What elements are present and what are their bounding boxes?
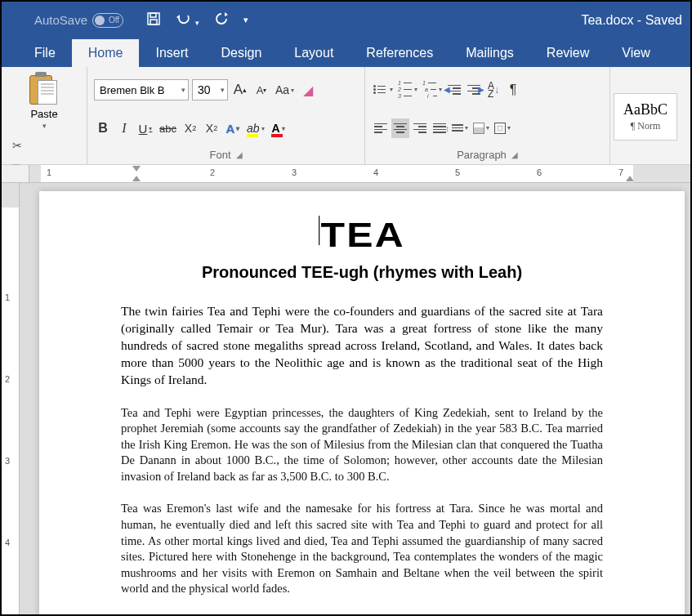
ruler-tick: 5	[455, 167, 460, 177]
group-label-paragraph: Paragraph	[457, 149, 507, 161]
multilevel-list-button[interactable]: 1ai▾	[421, 80, 444, 100]
superscript-icon: X	[206, 122, 213, 135]
window-title: Tea.docx - Saved	[581, 13, 682, 28]
font-color-icon: A	[271, 122, 279, 135]
align-center-icon	[394, 123, 407, 133]
tab-home[interactable]: Home	[72, 39, 140, 67]
group-styles: AaBbC ¶ Norm	[610, 67, 684, 164]
increase-indent-button[interactable]: ▶	[465, 80, 483, 100]
text-effects-icon: A	[226, 122, 235, 136]
bullets-button[interactable]: ▾	[372, 80, 395, 100]
autosave-toggle[interactable]: AutoSave Off	[34, 13, 123, 28]
highlight-button[interactable]: ab▾	[245, 118, 266, 138]
change-case-icon: Aa	[275, 83, 289, 96]
sort-button[interactable]: AZ↓	[484, 80, 502, 100]
undo-icon[interactable]: ▾	[176, 12, 199, 29]
chevron-down-icon[interactable]: ▾	[181, 86, 185, 94]
ruler-tick: 3	[5, 456, 10, 466]
style-normal[interactable]: AaBbC ¶ Norm	[614, 93, 677, 141]
paragraph-launcher-icon[interactable]: ◢	[511, 150, 518, 159]
borders-icon	[494, 123, 506, 134]
redo-icon[interactable]	[214, 11, 229, 29]
vertical-ruler[interactable]: 1 2 3 4	[2, 183, 20, 616]
tab-review[interactable]: Review	[530, 39, 605, 67]
superscript-button[interactable]: X2	[203, 118, 221, 138]
number-list-icon: 123	[398, 80, 413, 99]
align-right-button[interactable]	[411, 118, 429, 138]
svg-rect-2	[150, 20, 157, 25]
tab-insert[interactable]: Insert	[139, 39, 204, 67]
style-preview-text: AaBbC	[623, 101, 667, 118]
ruler-tick: 2	[210, 167, 215, 177]
italic-button[interactable]: I	[115, 118, 133, 138]
qat-customize-icon[interactable]: ▾	[243, 15, 248, 25]
eraser-icon: ◢	[303, 83, 313, 98]
tab-mailings[interactable]: Mailings	[449, 39, 530, 67]
show-marks-button[interactable]: ¶	[504, 80, 522, 100]
font-size-value: 30	[198, 83, 211, 96]
autosave-label: AutoSave	[34, 13, 87, 27]
group-font: Bremen Blk B▾ 30▾ A▴ A▾ Aa▾ ◢ B I U▾ abc…	[87, 67, 365, 164]
align-right-icon	[413, 123, 426, 133]
decrease-font-icon: A	[257, 84, 264, 96]
subscript-button[interactable]: X2	[181, 118, 199, 138]
font-name-combo[interactable]: Bremen Blk B▾	[94, 79, 189, 100]
doc-title[interactable]: TEA	[85, 216, 640, 255]
first-line-indent-icon[interactable]	[132, 166, 141, 172]
tab-view[interactable]: View	[605, 39, 666, 67]
font-color-button[interactable]: A▾	[270, 118, 288, 138]
increase-font-button[interactable]: A▴	[231, 80, 249, 100]
group-label-font: Font	[209, 149, 230, 161]
underline-button[interactable]: U▾	[136, 118, 154, 138]
numbering-button[interactable]: 123▾	[396, 80, 419, 100]
paste-button[interactable]: Paste ▾	[8, 70, 80, 132]
shading-button[interactable]: ▾	[471, 118, 491, 138]
strikethrough-button[interactable]: abc	[158, 118, 178, 138]
tab-references[interactable]: References	[350, 39, 449, 67]
cut-icon[interactable]: ✂	[8, 136, 26, 154]
align-left-button[interactable]	[372, 118, 390, 138]
decrease-font-button[interactable]: A▾	[252, 80, 270, 100]
doc-paragraph[interactable]: Tea and Tephi were Egyptian princesses, …	[121, 405, 603, 485]
doc-paragraph[interactable]: Tea was Eremon's last wife and the names…	[121, 501, 603, 596]
align-center-button[interactable]	[391, 118, 409, 138]
style-caption: ¶ Norm	[631, 120, 660, 132]
svg-rect-0	[148, 13, 159, 25]
bold-button[interactable]: B	[94, 118, 112, 138]
save-icon[interactable]	[146, 11, 161, 29]
clear-formatting-button[interactable]: ◢	[299, 80, 317, 100]
text-effects-button[interactable]: A▾	[224, 118, 242, 138]
ruler-tick: 4	[373, 167, 378, 177]
paste-icon	[29, 72, 59, 106]
ruler-corner	[2, 165, 29, 183]
svg-rect-1	[150, 13, 156, 17]
decrease-indent-button[interactable]: ◀	[445, 80, 463, 100]
tab-file[interactable]: File	[18, 39, 72, 67]
ruler-tick: 4	[5, 538, 10, 547]
ruler-tick: 7	[618, 167, 623, 177]
borders-button[interactable]: ▾	[493, 118, 512, 138]
bullet-list-icon	[373, 85, 388, 94]
title-bar: AutoSave Off ▾ ▾ Tea.docx - Saved	[2, 2, 690, 38]
horizontal-ruler[interactable]: 1 2 3 4 5 6 7	[29, 165, 690, 183]
change-case-button[interactable]: Aa▾	[274, 80, 296, 100]
group-clipboard: Paste ▾ ✂ Clipboard ◢	[2, 67, 87, 164]
doc-subtitle[interactable]: Pronounced TEE-ugh (rhymes with Leah)	[121, 263, 603, 282]
ribbon-tabs: File Home Insert Design Layout Reference…	[2, 38, 690, 67]
shading-icon	[473, 123, 484, 134]
tab-layout[interactable]: Layout	[278, 39, 350, 67]
font-size-combo[interactable]: 30▾	[192, 79, 228, 100]
font-launcher-icon[interactable]: ◢	[236, 150, 243, 159]
doc-paragraph[interactable]: The twin fairies Tea and Tephi were the …	[121, 303, 603, 389]
document-page[interactable]: TEA Pronounced TEE-ugh (rhymes with Leah…	[39, 191, 685, 616]
line-spacing-icon	[452, 124, 463, 132]
paste-label: Paste	[30, 108, 57, 120]
paste-dropdown-icon[interactable]: ▾	[42, 122, 47, 130]
chevron-down-icon[interactable]: ▾	[221, 86, 225, 94]
font-name-value: Bremen Blk B	[100, 84, 164, 96]
hanging-indent-icon[interactable]	[132, 175, 141, 181]
line-spacing-button[interactable]: ▾	[450, 118, 470, 138]
tab-design[interactable]: Design	[204, 39, 278, 67]
subscript-icon: X	[185, 122, 192, 135]
toggle-switch-icon[interactable]: Off	[92, 13, 123, 28]
